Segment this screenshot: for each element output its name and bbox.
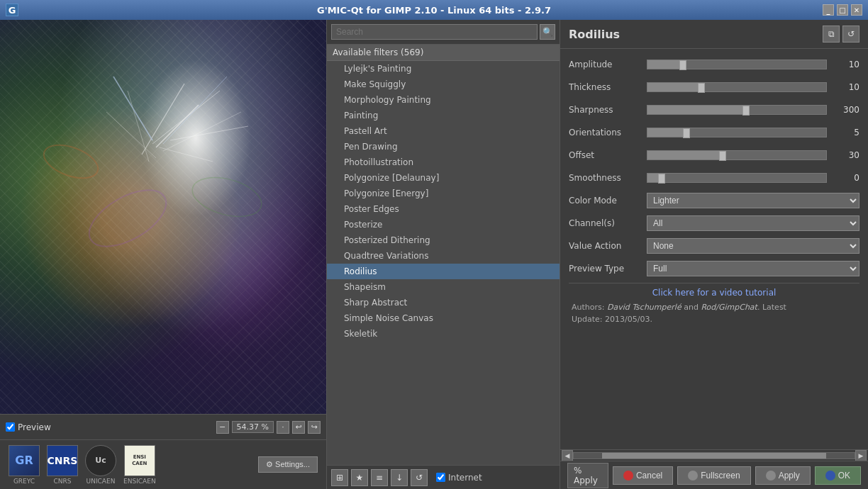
middle-toolbar: ⊞ ★ ≡ ↓ ↺ Internet bbox=[327, 465, 560, 489]
filter-item[interactable]: Posterized Dithering bbox=[327, 232, 560, 248]
toolbar-btn-refresh[interactable]: ↺ bbox=[411, 469, 428, 486]
filter-item[interactable]: Lylejk's Painting bbox=[327, 61, 560, 77]
filter-item[interactable]: Photoillustration bbox=[327, 154, 560, 170]
apply-button[interactable]: Apply bbox=[755, 466, 811, 485]
unicaen-label: UNICAEN bbox=[87, 478, 116, 485]
zoom-minus-btn[interactable]: − bbox=[216, 421, 229, 434]
param-select[interactable]: NoneCutNormalize bbox=[647, 238, 859, 254]
slider-thumb[interactable] bbox=[742, 106, 750, 116]
filter-item[interactable]: Morphology Painting bbox=[327, 92, 560, 108]
param-label: Amplitude bbox=[569, 60, 647, 69]
cancel-button[interactable]: Cancel bbox=[613, 466, 673, 485]
preview-checkbox-container[interactable]: Preview bbox=[6, 422, 51, 432]
filter-item[interactable]: Sharp Abstract bbox=[327, 295, 560, 310]
fullscreen-label: Fullscreen bbox=[701, 471, 740, 480]
search-input[interactable] bbox=[331, 24, 538, 40]
slider-thumb[interactable] bbox=[719, 151, 726, 161]
param-row: Sharpness300 bbox=[569, 101, 859, 118]
svg-line-7 bbox=[160, 147, 213, 162]
filter-item[interactable]: Painting bbox=[327, 108, 560, 123]
search-button[interactable]: 🔍 bbox=[540, 24, 555, 40]
toolbar-btn-grid[interactable]: ≡ bbox=[371, 469, 388, 486]
param-slider[interactable] bbox=[647, 82, 827, 92]
greyc-logo: GR bbox=[9, 445, 40, 476]
horizontal-scrollbar[interactable] bbox=[573, 452, 855, 459]
svg-point-10 bbox=[80, 179, 175, 258]
cnrs-label: CNRS bbox=[54, 478, 72, 485]
filter-title: Rodilius bbox=[569, 28, 820, 41]
ok-icon bbox=[825, 471, 835, 480]
scroll-left-btn[interactable]: ◀ bbox=[562, 450, 573, 461]
param-value: 10 bbox=[831, 82, 859, 92]
param-label: Thickness bbox=[569, 82, 647, 92]
minimize-btn[interactable]: _ bbox=[823, 4, 834, 16]
filter-item[interactable]: Skeletik bbox=[327, 326, 560, 342]
filter-item[interactable]: Quadtree Variations bbox=[327, 248, 560, 264]
param-select[interactable]: LighterDarkerNormal bbox=[647, 193, 859, 208]
close-btn[interactable]: ✕ bbox=[851, 4, 862, 16]
param-select[interactable]: AllRGBARGBAlpha bbox=[647, 215, 859, 231]
settings-button[interactable]: ⚙ Settings... bbox=[258, 456, 318, 473]
logo-cnrs: CNRS CNRS bbox=[47, 445, 78, 485]
slider-thumb[interactable] bbox=[679, 60, 686, 70]
cancel-label: Cancel bbox=[636, 471, 662, 480]
slider-thumb[interactable] bbox=[658, 174, 665, 184]
param-slider[interactable] bbox=[647, 173, 827, 183]
internet-label[interactable]: Internet bbox=[448, 473, 482, 483]
internet-toggle[interactable] bbox=[436, 473, 445, 482]
preview-label[interactable]: Preview bbox=[18, 422, 51, 432]
fullscreen-icon bbox=[688, 471, 698, 480]
filter-item[interactable]: Posterize bbox=[327, 217, 560, 232]
filter-item[interactable]: Rodilius bbox=[327, 264, 560, 279]
filter-scroll-area[interactable]: Lylejk's PaintingMake SquigglyMorphology… bbox=[327, 61, 560, 465]
slider-thumb[interactable] bbox=[698, 83, 705, 93]
cnrs-logo: CNRS bbox=[47, 445, 78, 476]
svg-line-1 bbox=[152, 91, 220, 144]
filter-item[interactable]: Pen Drawing bbox=[327, 139, 560, 154]
ok-button[interactable]: OK bbox=[815, 466, 861, 485]
param-slider[interactable] bbox=[647, 150, 827, 160]
filter-item[interactable]: Pastell Art bbox=[327, 123, 560, 139]
param-select[interactable]: FullForwardBackwardDuplicate bbox=[647, 261, 859, 276]
scrollbar-area: ◀ ▶ bbox=[560, 449, 868, 461]
param-label: Preview Type bbox=[569, 264, 647, 274]
filter-item[interactable]: Polygonize [Energy] bbox=[327, 186, 560, 201]
toolbar-btn-add[interactable]: ⊞ bbox=[331, 469, 348, 486]
scroll-right-btn[interactable]: ▶ bbox=[855, 450, 867, 461]
ok-label: OK bbox=[838, 471, 850, 480]
param-slider[interactable] bbox=[647, 128, 827, 137]
maximize-btn[interactable]: □ bbox=[837, 4, 848, 16]
preview-image bbox=[0, 20, 326, 414]
fullscreen-button[interactable]: Fullscreen bbox=[677, 466, 750, 485]
svg-line-8 bbox=[113, 77, 152, 140]
filter-item[interactable]: Simple Noise Canvas bbox=[327, 310, 560, 326]
zoom-undo-btn[interactable]: ↩ bbox=[292, 421, 305, 434]
internet-check-container[interactable]: Internet bbox=[436, 473, 482, 483]
param-label: Sharpness bbox=[569, 105, 647, 115]
slider-thumb[interactable] bbox=[683, 128, 690, 138]
filter-list-header: Available filters (569) bbox=[327, 45, 560, 61]
param-value: 0 bbox=[831, 173, 859, 183]
filter-item[interactable]: Make Squiggly bbox=[327, 77, 560, 92]
zoom-reset-btn[interactable]: · bbox=[277, 421, 289, 434]
preview-area bbox=[0, 20, 326, 414]
refresh-button[interactable]: ↺ bbox=[842, 26, 859, 43]
filter-item[interactable]: Polygonize [Delaunay] bbox=[327, 170, 560, 186]
svg-point-12 bbox=[40, 139, 103, 185]
filter-item[interactable]: Poster Edges bbox=[327, 201, 560, 217]
toolbar-btn-fav[interactable]: ★ bbox=[351, 469, 368, 486]
apply-icon bbox=[766, 471, 776, 480]
param-slider[interactable] bbox=[647, 105, 827, 115]
copy-button[interactable]: ⧉ bbox=[823, 26, 840, 43]
percent-display: % Apply bbox=[567, 463, 608, 488]
window-title: G'MIC-Qt for GIMP 2.10 - Linux 64 bits -… bbox=[317, 5, 551, 16]
video-tutorial-link[interactable]: Click here for a video tutorial bbox=[569, 288, 859, 298]
preview-toggle[interactable] bbox=[6, 422, 15, 432]
toolbar-btn-down[interactable]: ↓ bbox=[391, 469, 408, 486]
zoom-redo-btn[interactable]: ↪ bbox=[308, 421, 321, 434]
params-area: Amplitude10Thickness10Sharpness300Orient… bbox=[560, 49, 868, 449]
param-slider[interactable] bbox=[647, 60, 827, 69]
filter-item[interactable]: Shapeism bbox=[327, 279, 560, 295]
param-row: Preview TypeFullForwardBackwardDuplicate bbox=[569, 260, 859, 277]
greyc-label: GREYC bbox=[13, 478, 35, 485]
